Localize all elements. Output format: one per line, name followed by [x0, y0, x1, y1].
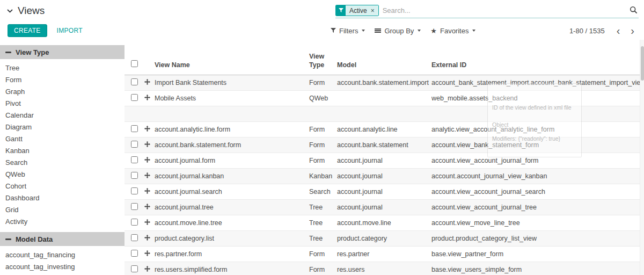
- cell-model: account.journal: [337, 157, 431, 164]
- cell-select: [125, 250, 141, 258]
- cell-view-type: Tree: [309, 219, 337, 227]
- caret-down-icon: [418, 30, 421, 32]
- column-header-view-type[interactable]: View Type: [309, 52, 337, 69]
- breadcrumb-chevron-down-icon[interactable]: [7, 9, 13, 13]
- drag-handle-icon[interactable]: [144, 126, 150, 132]
- table-row[interactable]: Import Bank StatementsFormaccount.bank.s…: [125, 75, 644, 91]
- table-row[interactable]: res.users.simplified.formFormres.usersba…: [125, 262, 644, 275]
- vertical-scrollbar[interactable]: [640, 40, 644, 275]
- cell-view-type: Form: [309, 266, 337, 273]
- cell-select: [125, 172, 141, 180]
- select-all-checkbox[interactable]: [131, 60, 138, 67]
- cell-external-id: base.view_users_simple_form: [431, 266, 644, 273]
- table-row[interactable]: product.category.listTreeproduct.categor…: [125, 231, 644, 247]
- column-header-model[interactable]: Model: [337, 61, 431, 69]
- column-header-external-id[interactable]: External ID: [431, 61, 644, 69]
- drag-handle-icon[interactable]: [144, 250, 150, 256]
- row-checkbox[interactable]: [131, 187, 138, 194]
- sidebar-item-pivot[interactable]: Pivot: [0, 98, 125, 110]
- row-checkbox[interactable]: [131, 141, 138, 148]
- favorites-label: Favorites: [440, 27, 469, 35]
- drag-handle-icon[interactable]: [144, 95, 150, 100]
- drag-handle-icon[interactable]: [144, 79, 150, 85]
- row-checkbox[interactable]: [131, 219, 138, 226]
- sidebar-item-search[interactable]: Search: [0, 157, 125, 169]
- search-facet-active[interactable]: Active ×: [335, 5, 379, 16]
- row-checkbox[interactable]: [131, 172, 138, 179]
- sidebar-item-qweb[interactable]: QWeb: [0, 169, 125, 180]
- cell-model: account.bank.statement.import: [337, 79, 431, 86]
- import-button[interactable]: IMPORT: [57, 27, 83, 34]
- drag-handle-icon[interactable]: [144, 266, 150, 272]
- create-button[interactable]: CREATE: [8, 24, 47, 37]
- search-input[interactable]: [383, 6, 626, 15]
- cell-view-type: Form: [309, 141, 337, 149]
- cell-view-type: Form: [309, 250, 337, 258]
- group-by-dropdown[interactable]: Group By: [375, 27, 421, 35]
- search-bar[interactable]: Active ×: [335, 3, 639, 18]
- row-checkbox[interactable]: [131, 203, 138, 210]
- table-row[interactable]: res.partner.formFormres.partnerbase.view…: [125, 247, 644, 262]
- sidebar-section-title: View Type: [16, 48, 49, 56]
- row-checkbox[interactable]: [131, 78, 138, 85]
- sidebar-item-account-tag-investing[interactable]: account_tag_investing: [0, 261, 125, 273]
- drag-handle-icon[interactable]: [144, 235, 150, 241]
- cell-drag: [141, 219, 155, 227]
- drag-handle-icon[interactable]: [144, 188, 150, 194]
- sidebar-section-title: Model Data: [16, 235, 53, 243]
- sidebar-item-diagram[interactable]: Diagram: [0, 121, 125, 133]
- drag-handle-icon[interactable]: [144, 157, 150, 163]
- filters-dropdown[interactable]: Filters: [331, 27, 365, 35]
- favorites-dropdown[interactable]: ★ Favorites: [430, 27, 475, 35]
- select-all-cell: [125, 60, 141, 69]
- table-row[interactable]: account.journal.searchSearchaccount.jour…: [125, 184, 644, 200]
- table-row[interactable]: account.journal.formFormaccount.journala…: [125, 153, 644, 169]
- cell-model: res.partner: [337, 250, 431, 258]
- sidebar-item-gantt[interactable]: Gantt: [0, 133, 125, 145]
- column-header-view-name[interactable]: View Name: [155, 61, 309, 69]
- sidebar-item-account-tag-financing[interactable]: account_tag_financing: [0, 249, 125, 261]
- cell-drag: [141, 266, 155, 273]
- drag-handle-icon[interactable]: [144, 141, 150, 147]
- table-row[interactable]: account.analytic.line.formFormaccount.an…: [125, 122, 644, 138]
- drag-handle-icon[interactable]: [144, 172, 150, 178]
- row-checkbox[interactable]: [131, 94, 138, 101]
- row-checkbox[interactable]: [131, 156, 138, 163]
- cell-external-id: account.view_account_journal_tree: [431, 204, 644, 211]
- control-panel: CREATE IMPORT Filters Group By ★ Favorit…: [0, 21, 644, 40]
- table-row[interactable]: account.journal.treeTreeaccount.journala…: [125, 200, 644, 215]
- sidebar-item-tree[interactable]: Tree: [0, 62, 125, 74]
- cell-view-type: Search: [309, 188, 337, 196]
- sidebar-item-calendar[interactable]: Calendar: [0, 110, 125, 121]
- table-row[interactable]: account.move.line.treeTreeaccount.move.l…: [125, 215, 644, 231]
- cell-view-name: account.journal.kanban: [155, 172, 309, 180]
- drag-handle-icon[interactable]: [144, 204, 150, 209]
- cell-drag: [141, 95, 155, 102]
- row-checkbox[interactable]: [131, 265, 138, 272]
- sidebar-item-grid[interactable]: Grid: [0, 204, 125, 216]
- drag-handle-icon[interactable]: [144, 219, 150, 225]
- cell-view-type: Form: [309, 157, 337, 164]
- row-checkbox[interactable]: [131, 125, 138, 132]
- pager: 1-80 / 1535 ‹ ›: [569, 25, 640, 36]
- table-row[interactable]: Mobile AssetsQWebweb_mobile.assets_backe…: [125, 91, 644, 106]
- sidebar-item-cohort[interactable]: Cohort: [0, 180, 125, 192]
- sidebar-item-dashboard[interactable]: Dashboard: [0, 192, 125, 204]
- row-checkbox[interactable]: [131, 250, 138, 257]
- pager-next-button[interactable]: ›: [625, 25, 640, 36]
- table-row[interactable]: account.journal.kanbanKanbanaccount.jour…: [125, 169, 644, 184]
- top-bar: Views Active ×: [0, 0, 644, 21]
- scrollbar-thumb[interactable]: [641, 46, 644, 81]
- table-row[interactable]: account.bank.statement.formFormaccount.b…: [125, 138, 644, 153]
- sidebar-item-form[interactable]: Form: [0, 74, 125, 86]
- row-checkbox[interactable]: [131, 234, 138, 241]
- cell-external-id: base.view_partner_form: [431, 250, 644, 258]
- sidebar-item-kanban[interactable]: Kanban: [0, 145, 125, 157]
- sidebar-item-graph[interactable]: Graph: [0, 86, 125, 98]
- search-options: Filters Group By ★ Favorites: [331, 27, 475, 35]
- sidebar-item-activity[interactable]: Activity: [0, 216, 125, 228]
- pager-previous-button[interactable]: ‹: [611, 25, 626, 36]
- sidebar-section-model-data: Model Data: [0, 232, 125, 246]
- search-icon[interactable]: [630, 6, 638, 14]
- facet-remove-icon[interactable]: ×: [371, 8, 375, 14]
